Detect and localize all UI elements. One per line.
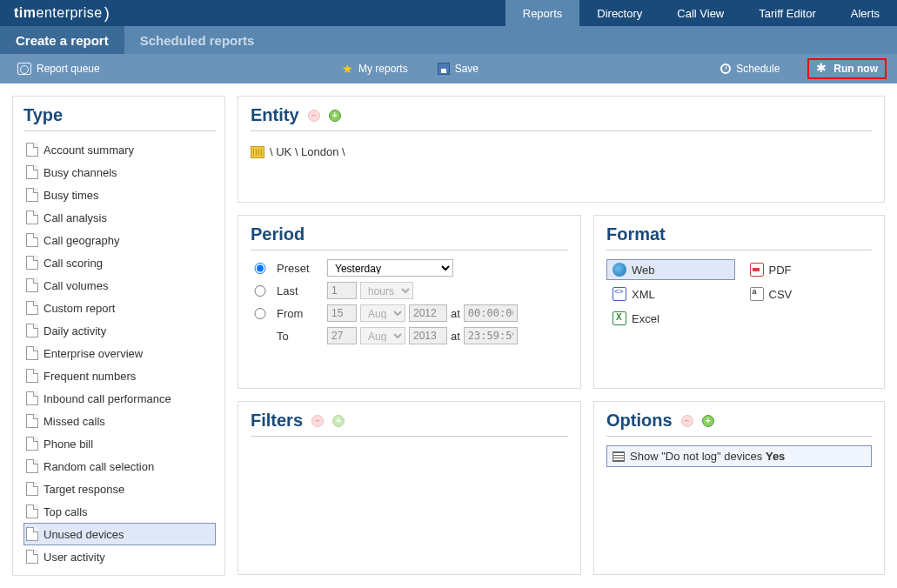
type-item-label: Custom report <box>44 302 115 315</box>
type-item[interactable]: Account summary <box>23 138 216 161</box>
period-preset-radio[interactable] <box>251 263 270 274</box>
document-icon <box>26 165 38 179</box>
format-xml[interactable]: XML <box>606 284 735 304</box>
format-pdf[interactable]: PDF <box>744 259 873 280</box>
schedule-button[interactable]: Schedule <box>713 59 787 78</box>
period-to-at: at <box>451 330 460 343</box>
type-item[interactable]: Frequent numbers <box>23 364 216 387</box>
options-add-button[interactable]: + <box>702 415 714 427</box>
nav-reports[interactable]: Reports <box>505 0 580 26</box>
period-from-year[interactable] <box>409 304 447 322</box>
nav-call-view[interactable]: Call View <box>659 0 741 26</box>
format-web[interactable]: Web <box>606 259 735 280</box>
type-item-label: Top calls <box>44 505 88 518</box>
brand-logo: timenterprise) <box>0 0 124 26</box>
type-item[interactable]: Custom report <box>23 297 216 319</box>
clock-icon <box>720 63 731 74</box>
report-queue-icon <box>17 63 31 75</box>
period-from-day[interactable] <box>327 304 357 322</box>
period-last-unit[interactable]: hours <box>360 282 413 299</box>
nav-directory[interactable]: Directory <box>579 0 659 26</box>
type-list[interactable]: Account summaryBusy channelsBusy timesCa… <box>23 138 216 582</box>
period-panel: Period Preset Yesterday Last hours F <box>238 215 581 389</box>
entity-panel: Entity − + \ UK \ London \ <box>238 96 885 203</box>
period-preset-select[interactable]: Yesterday <box>327 259 453 277</box>
entity-path[interactable]: \ UK \ London \ <box>251 140 872 193</box>
run-now-button[interactable]: Run now <box>807 58 887 79</box>
options-remove-button[interactable]: − <box>681 415 693 427</box>
type-item[interactable]: Daily activity <box>23 319 216 342</box>
type-item[interactable]: Busy times <box>23 184 216 206</box>
brand-prefix: tim <box>14 5 37 21</box>
report-queue-button[interactable]: Report queue <box>10 59 107 78</box>
type-item[interactable]: Top calls <box>23 500 216 523</box>
excel-icon <box>613 311 626 325</box>
period-from-label: From <box>277 307 320 320</box>
format-excel[interactable]: Excel <box>606 308 735 329</box>
document-icon <box>26 278 38 292</box>
type-title: Type <box>23 105 216 131</box>
option-donotlog-row[interactable]: Show "Do not log" devices Yes <box>606 445 872 467</box>
type-item[interactable]: Call volumes <box>23 274 216 297</box>
type-item-label: Busy times <box>44 189 99 202</box>
type-item[interactable]: Busy channels <box>23 161 216 184</box>
period-to-month[interactable]: Aug <box>360 327 405 344</box>
sub-tabs: Create a report Scheduled reports <box>0 26 897 54</box>
document-icon <box>26 188 38 202</box>
tab-create-report[interactable]: Create a report <box>0 26 124 54</box>
period-to-label: To <box>277 330 320 343</box>
filters-remove-button[interactable]: − <box>311 415 324 427</box>
type-item[interactable]: Target response <box>23 478 216 500</box>
period-from-month[interactable]: Aug <box>360 304 405 322</box>
type-item-label: Account summary <box>44 144 134 157</box>
document-icon <box>26 301 38 315</box>
top-nav: timenterprise) Reports Directory Call Vi… <box>0 0 897 26</box>
type-item[interactable]: Phone bill <box>23 432 216 455</box>
period-from-radio[interactable] <box>251 308 270 319</box>
period-last-value[interactable] <box>327 282 357 299</box>
option-donotlog-label: Show "Do not log" devices Yes <box>630 450 785 463</box>
document-icon <box>26 527 38 541</box>
type-item-label: Inbound call performance <box>44 392 171 405</box>
document-icon <box>26 482 38 496</box>
options-title: Options <box>606 411 673 431</box>
save-button[interactable]: Save <box>431 59 485 78</box>
disk-icon <box>438 63 450 75</box>
period-from-time[interactable] <box>464 304 518 322</box>
entity-add-button[interactable]: + <box>329 110 341 122</box>
period-to-time[interactable] <box>464 327 518 344</box>
type-item[interactable]: Call geography <box>23 229 216 251</box>
type-item[interactable]: Call analysis <box>23 206 216 229</box>
my-reports-button[interactable]: ★ My reports <box>335 58 415 79</box>
pdf-icon <box>750 263 764 277</box>
document-icon <box>26 391 38 405</box>
period-last-label: Last <box>277 284 320 297</box>
type-item[interactable]: User activity <box>23 545 216 568</box>
nav-tariff-editor[interactable]: Tariff Editor <box>741 0 833 26</box>
document-icon <box>26 550 38 564</box>
type-item-label: Phone bill <box>44 438 93 451</box>
xml-icon <box>613 287 626 301</box>
type-item[interactable]: Inbound call performance <box>23 387 216 410</box>
nav-alerts[interactable]: Alerts <box>833 0 897 26</box>
toolbar: Report queue ★ My reports Save Schedule … <box>0 54 897 84</box>
content-area: Entity − + \ UK \ London \ Period Preset <box>238 96 885 576</box>
brand-paren: ) <box>104 4 110 23</box>
filters-add-button[interactable]: + <box>332 415 345 427</box>
type-item[interactable]: Enterprise overview <box>23 342 216 364</box>
period-to-year[interactable] <box>409 327 447 344</box>
type-item[interactable]: Call scoring <box>23 251 216 274</box>
type-item[interactable]: Missed calls <box>23 410 216 432</box>
period-from-at: at <box>451 307 460 320</box>
period-last-radio[interactable] <box>251 285 270 297</box>
entity-remove-button[interactable]: − <box>308 110 320 122</box>
type-item-label: Enterprise overview <box>44 347 143 360</box>
type-item[interactable]: Random call selection <box>23 455 216 478</box>
period-preset-label: Preset <box>277 262 320 275</box>
type-item[interactable]: Unused devices <box>23 523 216 545</box>
document-icon <box>26 414 38 428</box>
run-icon <box>816 63 828 75</box>
format-csv[interactable]: CSV <box>744 284 873 304</box>
period-to-day[interactable] <box>327 327 357 344</box>
tab-scheduled-reports[interactable]: Scheduled reports <box>124 26 271 54</box>
